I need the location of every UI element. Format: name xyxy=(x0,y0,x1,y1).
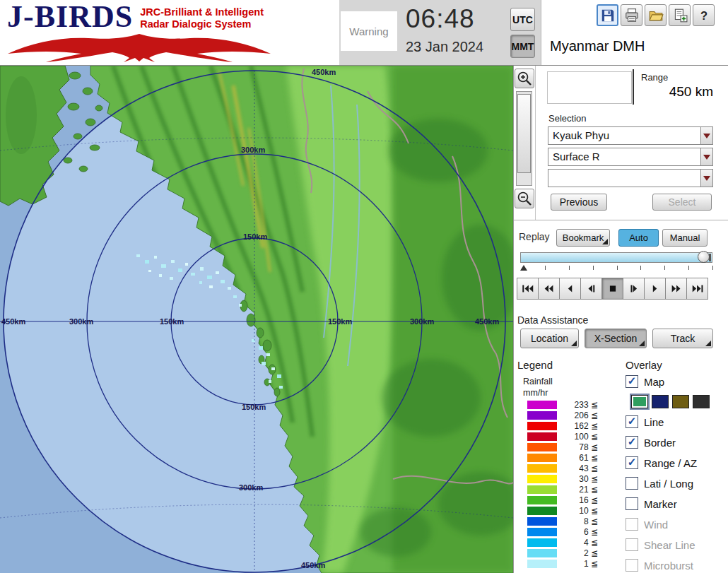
legend-value: 100 ≦ xyxy=(557,432,598,442)
fast-rewind-button[interactable] xyxy=(538,278,560,300)
clock-date: 23 Jan 2024 xyxy=(406,39,483,55)
overlay-item-map: ✓Map xyxy=(626,374,728,389)
legend-value: 1 ≦ xyxy=(557,559,598,569)
auto-button[interactable]: Auto xyxy=(618,229,659,247)
radar-map-display[interactable]: 450km300km150km450km300km150km150km300km… xyxy=(0,66,513,573)
open-folder-button[interactable] xyxy=(645,4,667,26)
stop-button[interactable] xyxy=(601,278,623,300)
bookmark-button[interactable]: Bookmark xyxy=(556,229,610,247)
fast-rewind-icon xyxy=(542,283,556,294)
zoom-scrollbar-thumb[interactable] xyxy=(517,94,531,173)
overlay-item-microburst: Microburst xyxy=(626,558,728,572)
replay-timeline-slider[interactable] xyxy=(520,252,712,263)
utc-button[interactable]: UTC xyxy=(510,8,535,31)
checkbox[interactable] xyxy=(626,497,638,510)
product-dropdown-value[interactable]: Surface R xyxy=(548,148,700,166)
overlay-label: Range / AZ xyxy=(644,457,697,469)
range-product-box xyxy=(547,71,632,104)
map-color-swatch[interactable] xyxy=(631,395,648,408)
overlay-label: Lati / Long xyxy=(644,478,693,490)
extra-dropdown-arrow-icon[interactable] xyxy=(700,169,713,187)
select-button[interactable]: Select xyxy=(652,194,712,211)
x-section-button[interactable]: X-Section xyxy=(585,329,647,348)
legend-row: 100 ≦ xyxy=(527,431,598,442)
export-button[interactable] xyxy=(669,4,691,26)
checkbox[interactable] xyxy=(626,477,638,490)
zoom-out-button[interactable] xyxy=(515,189,534,208)
previous-button[interactable]: Previous xyxy=(551,194,607,211)
legend-color-swatch xyxy=(527,443,557,451)
checkbox[interactable]: ✓ xyxy=(626,456,638,469)
checkbox[interactable]: ✓ xyxy=(626,375,638,388)
legend-value: 61 ≦ xyxy=(557,453,598,463)
overlay-item-lati-long: Lati / Long xyxy=(626,476,728,490)
overlay-label: Map xyxy=(644,376,664,388)
legend-color-swatch xyxy=(527,496,557,504)
zoom-strip xyxy=(514,66,536,220)
save-button[interactable] xyxy=(597,4,618,26)
legend-row: 78 ≦ xyxy=(527,442,598,452)
overlay-item-line: ✓Line xyxy=(626,415,728,429)
overlay-options: ✓Map✓Line✓Border✓Range / AZLati / LongMa… xyxy=(626,374,728,573)
overlay-title: Overlay xyxy=(626,359,662,371)
slider-ticks xyxy=(545,266,713,270)
product-dropdown-arrow-icon[interactable] xyxy=(700,148,713,166)
map-color-swatch[interactable] xyxy=(652,395,669,408)
legend-value: 21 ≦ xyxy=(557,485,598,495)
print-icon xyxy=(624,8,640,23)
manual-button[interactable]: Manual xyxy=(662,229,708,247)
map-color-swatch[interactable] xyxy=(693,395,710,408)
extra-dropdown-value[interactable] xyxy=(548,169,700,187)
legend-value: 6 ≦ xyxy=(557,527,598,537)
slider-start-marker-icon xyxy=(520,265,527,271)
legend-row: 21 ≦ xyxy=(527,484,598,495)
checkbox[interactable]: ✓ xyxy=(626,415,638,428)
map-color-swatches xyxy=(631,395,728,408)
zoom-in-button[interactable] xyxy=(515,69,534,88)
print-button[interactable] xyxy=(621,4,642,26)
step-forward-button[interactable] xyxy=(623,278,645,300)
play-backward-button[interactable] xyxy=(559,278,581,300)
replay-label: Replay xyxy=(519,231,550,242)
map-color-swatch[interactable] xyxy=(672,395,689,408)
clock-time: 06:48 xyxy=(406,4,483,34)
legend-value: 43 ≦ xyxy=(557,463,598,473)
step-back-button[interactable] xyxy=(580,278,602,300)
legend-color-swatch xyxy=(527,422,557,430)
legend-row: 1 ≦ xyxy=(527,558,598,569)
fast-forward-button[interactable] xyxy=(665,278,687,300)
play-backward-icon xyxy=(563,283,577,294)
overlay-label: Shear Line xyxy=(644,539,695,551)
slider-handle[interactable] xyxy=(698,251,710,263)
slider-tick xyxy=(688,266,689,270)
jbirds-app-window: J-BIRDS JRC-Brilliant & Intelligent Rada… xyxy=(0,0,728,573)
track-button[interactable]: Track xyxy=(652,329,713,348)
legend-color-swatch xyxy=(527,517,557,526)
radar-basemap xyxy=(0,66,513,573)
legend-row: 10 ≦ xyxy=(527,505,598,516)
eagle-logo-icon xyxy=(4,31,274,62)
help-button[interactable]: ? xyxy=(693,4,715,26)
section-divider xyxy=(514,220,728,220)
save-icon xyxy=(600,8,616,23)
play-button[interactable] xyxy=(644,278,666,300)
play-icon xyxy=(648,283,662,294)
checkbox[interactable]: ✓ xyxy=(626,436,638,449)
checkbox xyxy=(626,538,638,551)
site-dropdown-arrow-icon[interactable] xyxy=(700,126,713,145)
selection-label: Selection xyxy=(548,113,586,124)
legend-row: 43 ≦ xyxy=(527,463,598,473)
legend-value: 78 ≦ xyxy=(557,442,598,452)
mmt-button[interactable]: MMT xyxy=(510,35,535,58)
site-dropdown-value[interactable]: Kyauk Phyu xyxy=(548,126,700,145)
location-button[interactable]: Location xyxy=(520,329,579,348)
legend-value: 16 ≦ xyxy=(557,495,598,505)
toolbar: ? xyxy=(597,4,715,26)
overlay-item-range-az: ✓Range / AZ xyxy=(626,456,728,470)
slider-tick xyxy=(640,266,641,270)
skip-end-button[interactable] xyxy=(686,278,708,300)
zoom-scrollbar[interactable] xyxy=(516,91,532,186)
stop-icon xyxy=(606,283,620,294)
logo-tagline-line2: Radar Dialogic System xyxy=(140,18,264,30)
skip-start-button[interactable] xyxy=(517,278,539,300)
